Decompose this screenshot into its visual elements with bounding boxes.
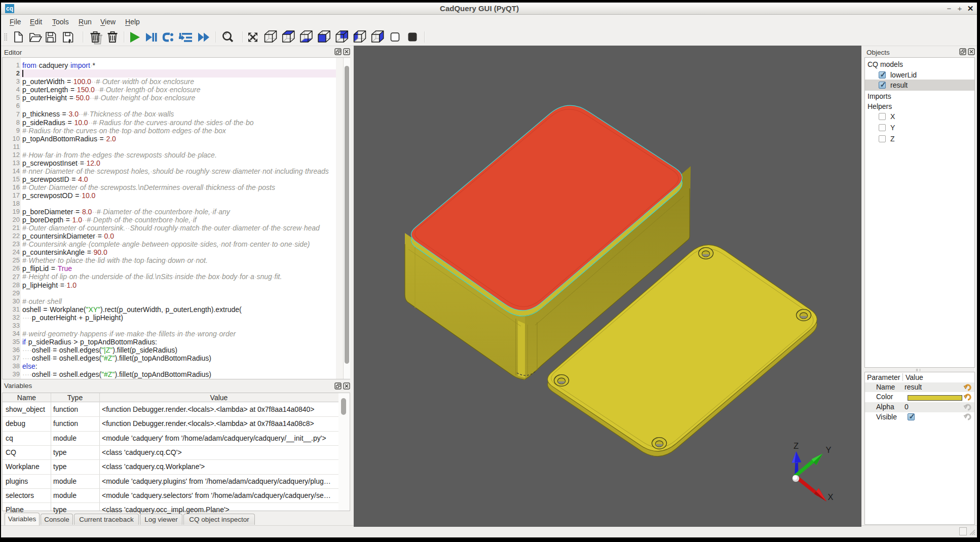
svg-text:Y: Y <box>825 445 831 454</box>
svg-text:X: X <box>827 492 833 501</box>
svg-text:Z: Z <box>794 441 799 450</box>
